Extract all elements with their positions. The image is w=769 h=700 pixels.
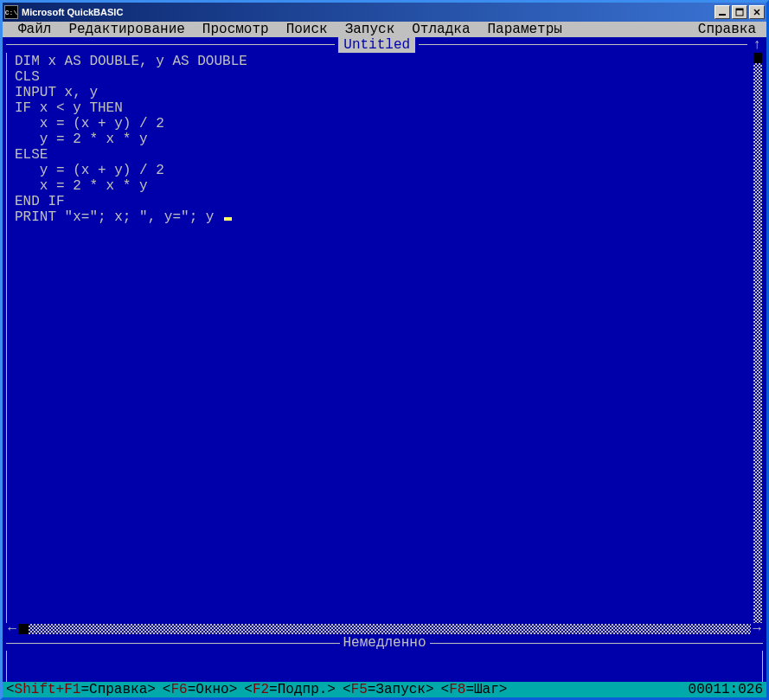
hint-help: <Shift+F1=Справка>: [6, 682, 156, 697]
frame-line: [419, 44, 747, 46]
menu-edit[interactable]: Редактирование: [60, 22, 193, 37]
menu-debug[interactable]: Отладка: [403, 22, 478, 37]
svg-rect-2: [736, 9, 743, 10]
titlebar[interactable]: C:\ Microsoft QuickBASIC: [3, 3, 766, 22]
frame-line: [6, 44, 335, 46]
menu-options[interactable]: Параметры: [478, 22, 570, 37]
hint-step: <F8=Шаг>: [441, 682, 508, 697]
menu-search[interactable]: Поиск: [278, 22, 336, 37]
hscroll-thumb[interactable]: [18, 624, 29, 634]
hint-subs: <F2=Подпр.>: [244, 682, 336, 697]
document-title: Untitled: [338, 37, 415, 53]
minimize-button[interactable]: [715, 5, 730, 19]
cursor-position: 00011:026: [689, 682, 763, 697]
vscroll-thumb[interactable]: [753, 53, 762, 63]
document-title-bar: Untitled ↑: [3, 37, 766, 53]
system-menu-icon[interactable]: C:\: [4, 5, 18, 19]
vertical-scrollbar[interactable]: [753, 53, 763, 623]
menu-run[interactable]: Запуск: [336, 22, 404, 37]
hint-run: <F5=Запуск>: [343, 682, 434, 697]
frame-line: [430, 643, 764, 644]
window-title: Microsoft QuickBASIC: [22, 7, 713, 17]
menu-view[interactable]: Просмотр: [194, 22, 278, 37]
vscroll-track[interactable]: [753, 53, 762, 623]
text-cursor: [224, 217, 232, 221]
dos-screen: Файл Редактирование Просмотр Поиск Запус…: [3, 22, 766, 697]
svg-rect-0: [719, 14, 726, 16]
maximize-pane-icon[interactable]: ↑: [751, 37, 763, 53]
horizontal-scrollbar[interactable]: ← →: [3, 623, 766, 635]
frame-left: [6, 53, 15, 623]
statusbar: <Shift+F1=Справка> <F6=Окно> <F2=Подпр.>…: [3, 682, 766, 697]
application-window: C:\ Microsoft QuickBASIC Файл Редактиров…: [0, 0, 769, 700]
hint-window: <F6=Окно>: [163, 682, 237, 697]
immediate-title-bar: Немедленно: [3, 635, 766, 651]
code-area[interactable]: DIM x AS DOUBLE, y AS DOUBLE CLS INPUT x…: [15, 53, 753, 623]
menu-file[interactable]: Файл: [10, 22, 60, 37]
menu-help[interactable]: Справка: [689, 22, 759, 37]
maximize-button[interactable]: [732, 5, 747, 19]
immediate-label: Немедленно: [343, 635, 426, 651]
editor-pane[interactable]: DIM x AS DOUBLE, y AS DOUBLE CLS INPUT x…: [3, 53, 766, 623]
frame-line: [6, 643, 340, 644]
close-button[interactable]: [749, 5, 765, 19]
menubar: Файл Редактирование Просмотр Поиск Запус…: [3, 22, 766, 37]
source-code: DIM x AS DOUBLE, y AS DOUBLE CLS INPUT x…: [15, 54, 247, 225]
hscroll-track[interactable]: [18, 624, 751, 634]
immediate-pane[interactable]: [6, 651, 763, 682]
